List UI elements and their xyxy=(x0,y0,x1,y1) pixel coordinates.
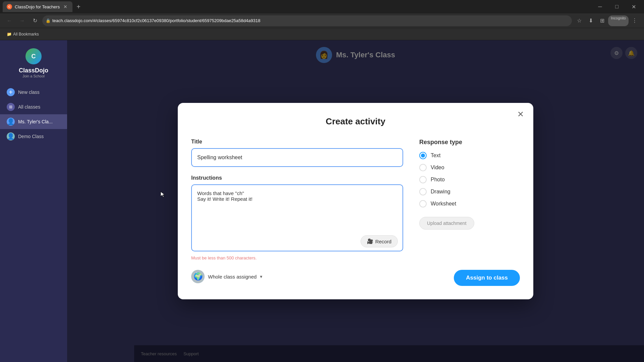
bookmarks-folder[interactable]: 📁 All Bookmarks xyxy=(4,31,42,38)
tab-title: ClassDojo for Teachers xyxy=(15,4,60,9)
sidebar-item-new-class[interactable]: + New class xyxy=(0,85,67,100)
char-limit-text: Must be less than 500 characters. xyxy=(191,255,403,260)
address-lock-icon: 🔒 xyxy=(46,18,51,23)
folder-icon: 📁 xyxy=(7,32,12,37)
demo-class-icon: 👤 xyxy=(7,132,15,140)
response-option-drawing[interactable]: Drawing xyxy=(419,188,520,195)
forward-button[interactable]: → xyxy=(17,15,28,26)
response-option-text[interactable]: Text xyxy=(419,152,520,159)
response-label-drawing: Drawing xyxy=(431,189,450,195)
all-classes-icon: ⊞ xyxy=(7,103,15,111)
app-tagline: Join a School xyxy=(22,74,45,78)
response-option-video[interactable]: Video xyxy=(419,164,520,171)
sidebar: C ClassDojo Join a School + New class ⊞ … xyxy=(0,40,67,362)
response-options: Text Video Photo xyxy=(419,152,520,207)
address-bar[interactable] xyxy=(42,15,572,26)
sidebar-nav: + New class ⊞ All classes 👤 Ms. Tyler's … xyxy=(0,85,67,144)
whole-class-label: Whole class assigned xyxy=(208,274,257,280)
assign-footer: 🌍 Whole class assigned ▾ xyxy=(191,270,403,283)
back-button[interactable]: ← xyxy=(4,15,15,26)
sidebar-item-demo-label: Demo Class xyxy=(18,134,44,139)
maximize-button[interactable]: □ xyxy=(609,0,625,13)
instructions-field-label: Instructions xyxy=(191,175,403,181)
address-bar-wrapper: 🔒 xyxy=(42,15,572,26)
create-activity-modal: ✕ Create activity Title Instructions Wor… xyxy=(178,103,533,299)
response-type-label: Response type xyxy=(419,139,520,146)
reload-button[interactable]: ↻ xyxy=(30,15,40,26)
record-camera-icon: 🎥 xyxy=(367,238,373,244)
response-label-text: Text xyxy=(431,153,440,159)
response-option-photo[interactable]: Photo xyxy=(419,176,520,183)
browser-titlebar: C ClassDojo for Teachers ✕ + ─ □ ✕ xyxy=(0,0,644,13)
sidebar-logo-area: C ClassDojo Join a School xyxy=(0,46,67,85)
radio-drawing[interactable] xyxy=(419,188,427,195)
extensions-button[interactable]: ⊞ xyxy=(597,15,607,26)
minimize-button[interactable]: ─ xyxy=(592,0,608,13)
modal-title: Create activity xyxy=(191,116,520,127)
toolbar-icons: ☆ ⬇ ⊞ Incognito ⋮ xyxy=(574,15,640,26)
radio-text[interactable] xyxy=(419,152,427,159)
tyler-class-icon: 👤 xyxy=(7,118,15,126)
main-area: 👩 Ms. Tyler's Class ⚙ 🔔 ✕ Create activit… xyxy=(67,40,644,362)
chevron-down-icon: ▾ xyxy=(260,274,262,279)
sidebar-item-all-classes[interactable]: ⊞ All classes xyxy=(0,100,67,114)
whole-class-selector[interactable]: 🌍 Whole class assigned ▾ xyxy=(191,270,262,283)
tab-close-button[interactable]: ✕ xyxy=(62,4,68,10)
tab-favicon: C xyxy=(7,4,12,9)
radio-worksheet[interactable] xyxy=(419,200,427,207)
whole-class-avatar: 🌍 xyxy=(191,270,205,283)
page-content: C ClassDojo Join a School + New class ⊞ … xyxy=(0,40,644,362)
record-button-label: Record xyxy=(375,239,391,244)
bookmarks-label: All Bookmarks xyxy=(13,32,39,37)
modal-close-button[interactable]: ✕ xyxy=(515,108,527,120)
record-button[interactable]: 🎥 Record xyxy=(361,235,398,247)
title-input[interactable] xyxy=(191,148,403,167)
sidebar-item-new-class-label: New class xyxy=(18,89,40,95)
modal-right-section: Response type Text Video xyxy=(419,139,520,286)
bookmarks-bar: 📁 All Bookmarks xyxy=(0,28,644,40)
download-button[interactable]: ⬇ xyxy=(585,15,596,26)
new-tab-button[interactable]: + xyxy=(74,2,83,11)
sidebar-item-all-classes-label: All classes xyxy=(18,104,40,110)
modal-body: Title Instructions Words that have "ch" … xyxy=(191,139,520,286)
instructions-wrapper: Words that have "ch" Say it! Write it! R… xyxy=(191,184,403,253)
browser-tab[interactable]: C ClassDojo for Teachers ✕ xyxy=(3,1,72,12)
bookmark-star-button[interactable]: ☆ xyxy=(574,15,585,26)
browser-toolbar: ← → ↻ 🔒 ☆ ⬇ ⊞ Incognito ⋮ xyxy=(0,13,644,28)
incognito-badge: Incognito xyxy=(608,15,629,26)
radio-photo[interactable] xyxy=(419,176,427,183)
modal-overlay: ✕ Create activity Title Instructions Wor… xyxy=(67,40,644,362)
app-logo: C xyxy=(25,48,42,64)
menu-button[interactable]: ⋮ xyxy=(629,15,640,26)
response-label-video: Video xyxy=(431,165,444,171)
app-name: ClassDojo xyxy=(19,67,48,74)
browser-chrome: C ClassDojo for Teachers ✕ + ─ □ ✕ ← → ↻… xyxy=(0,0,644,40)
close-window-button[interactable]: ✕ xyxy=(626,0,641,13)
assign-to-class-button[interactable]: Assign to class xyxy=(454,270,520,286)
modal-left-section: Title Instructions Words that have "ch" … xyxy=(191,139,403,286)
radio-inner-text xyxy=(421,154,425,158)
response-label-worksheet: Worksheet xyxy=(431,201,456,207)
new-class-icon: + xyxy=(7,88,15,96)
radio-video[interactable] xyxy=(419,164,427,171)
title-field-label: Title xyxy=(191,139,403,145)
window-controls: ─ □ ✕ xyxy=(592,0,641,13)
response-label-photo: Photo xyxy=(431,177,445,183)
response-option-worksheet[interactable]: Worksheet xyxy=(419,200,520,207)
sidebar-item-tyler-label: Ms. Tyler's Cla... xyxy=(18,119,53,124)
sidebar-item-demo[interactable]: 👤 Demo Class xyxy=(0,129,67,144)
sidebar-item-tyler[interactable]: 👤 Ms. Tyler's Cla... xyxy=(0,114,67,129)
upload-attachment-button[interactable]: Upload attachment xyxy=(419,217,474,230)
